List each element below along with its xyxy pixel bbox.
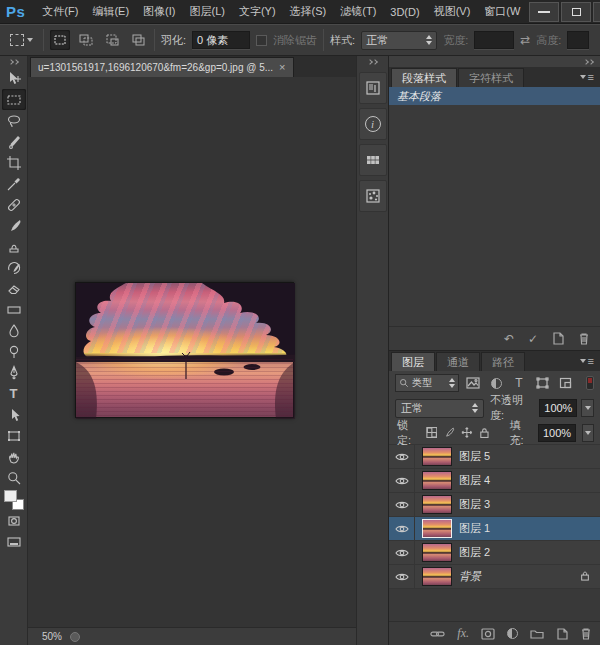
new-selection-button[interactable] [50, 30, 70, 50]
delete-style-icon[interactable] [578, 332, 590, 345]
close-tab-icon[interactable]: × [279, 62, 285, 73]
collapse-dock-button[interactable] [357, 56, 388, 68]
menu-select[interactable]: 选择(S) [283, 4, 334, 19]
filter-adjustment-layers-button[interactable] [487, 375, 505, 391]
layer-thumbnail[interactable] [422, 543, 452, 562]
tab-layers[interactable]: 图层 [391, 352, 435, 371]
subtract-from-selection-button[interactable] [102, 30, 122, 50]
new-group-icon[interactable] [530, 628, 544, 639]
style-row-basic-paragraph[interactable]: 基本段落 [389, 87, 600, 105]
filter-shape-layers-button[interactable] [533, 375, 551, 391]
new-style-icon[interactable] [552, 332, 564, 345]
menu-edit[interactable]: 编辑(E) [85, 4, 136, 19]
layers-panel-menu-button[interactable]: ≡ [580, 355, 600, 371]
canvas[interactable] [28, 77, 356, 627]
status-info-icon[interactable] [70, 632, 80, 642]
info-panel-button[interactable]: i [359, 108, 387, 140]
lock-all-icon[interactable] [479, 426, 490, 439]
add-to-selection-button[interactable] [76, 30, 96, 50]
lasso-tool[interactable] [2, 110, 26, 131]
layer-thumbnail[interactable] [422, 519, 452, 538]
gradient-tool[interactable] [2, 299, 26, 320]
rectangular-marquee-tool[interactable] [2, 89, 26, 110]
blend-mode-select[interactable]: 正常 [395, 399, 484, 418]
style-select[interactable]: 正常 [361, 31, 437, 50]
width-input[interactable] [474, 31, 514, 49]
height-input[interactable] [567, 31, 589, 49]
visibility-toggle[interactable] [389, 493, 415, 516]
filter-type-select[interactable]: 类型 [395, 374, 459, 392]
tool-preset-picker[interactable] [6, 32, 37, 48]
tab-channels[interactable]: 通道 [436, 352, 480, 371]
delete-layer-icon[interactable] [580, 627, 592, 640]
menu-window[interactable]: 窗口(W [477, 4, 527, 19]
tab-character-styles[interactable]: 字符样式 [458, 68, 524, 87]
layer-thumbnail[interactable] [422, 495, 452, 514]
add-mask-icon[interactable] [481, 628, 495, 640]
zoom-level[interactable]: 50% [42, 631, 62, 642]
document-tab[interactable]: u=1301561917,1696120670&fm=26&gp=0.jpg @… [30, 57, 294, 77]
path-selection-tool[interactable] [2, 404, 26, 425]
quick-selection-tool[interactable] [2, 131, 26, 152]
clear-override-icon[interactable]: ✓ [528, 332, 538, 346]
brush-presets-panel-button[interactable] [359, 180, 387, 212]
redefine-style-icon[interactable]: ↶ [504, 332, 514, 346]
crop-tool[interactable] [2, 152, 26, 173]
spot-healing-brush-tool[interactable] [2, 194, 26, 215]
sunset-photo[interactable] [75, 282, 294, 418]
dodge-tool[interactable] [2, 341, 26, 362]
collapse-panels-button[interactable] [389, 56, 600, 67]
filter-smart-objects-button[interactable] [556, 375, 574, 391]
menu-layer[interactable]: 图层(L) [182, 4, 231, 19]
tab-paths[interactable]: 路径 [481, 352, 525, 371]
panel-menu-button[interactable]: ≡ [580, 71, 600, 87]
visibility-toggle[interactable] [389, 469, 415, 492]
lock-position-icon[interactable] [461, 426, 473, 439]
layer-thumbnail[interactable] [422, 447, 452, 466]
swatches-panel-button[interactable] [359, 144, 387, 176]
visibility-toggle[interactable] [389, 517, 415, 540]
collapse-tools-button[interactable] [0, 56, 27, 68]
screen-mode-button[interactable] [2, 531, 26, 552]
feather-input[interactable]: 0 像素 [192, 31, 250, 49]
pen-tool[interactable] [2, 362, 26, 383]
new-adjustment-layer-icon[interactable] [507, 628, 518, 639]
menu-file[interactable]: 文件(F) [35, 4, 85, 19]
link-layers-icon[interactable] [430, 629, 445, 639]
filter-pixel-layers-button[interactable] [464, 375, 482, 391]
blur-tool[interactable] [2, 320, 26, 341]
layer-row-selected[interactable]: 图层 1 [389, 517, 600, 541]
close-button[interactable]: × [593, 2, 600, 22]
lock-transparency-icon[interactable] [426, 426, 438, 439]
paragraph-styles-panel-button[interactable] [359, 72, 387, 104]
hand-tool[interactable] [2, 446, 26, 467]
layer-row[interactable]: 图层 3 [389, 493, 600, 517]
layer-row[interactable]: 图层 4 [389, 469, 600, 493]
lock-image-icon[interactable] [443, 426, 455, 439]
fill-dropdown-button[interactable] [582, 424, 594, 442]
rectangle-tool[interactable] [2, 425, 26, 446]
move-tool[interactable] [2, 68, 26, 89]
menu-image[interactable]: 图像(I) [136, 4, 182, 19]
type-tool[interactable]: T [2, 383, 26, 404]
antialias-checkbox[interactable] [256, 35, 267, 46]
layer-row[interactable]: 图层 5 [389, 445, 600, 469]
history-brush-tool[interactable] [2, 257, 26, 278]
visibility-toggle[interactable] [389, 541, 415, 564]
eraser-tool[interactable] [2, 278, 26, 299]
quick-mask-button[interactable] [2, 510, 26, 531]
menu-filter[interactable]: 滤镜(T) [333, 4, 383, 19]
color-swatches[interactable] [3, 490, 25, 510]
layer-filtering-toggle[interactable] [586, 376, 594, 390]
maximize-button[interactable] [561, 2, 591, 22]
minimize-button[interactable] [529, 2, 559, 22]
layer-row[interactable]: 图层 2 [389, 541, 600, 565]
menu-3d[interactable]: 3D(D) [383, 6, 426, 18]
visibility-toggle[interactable] [389, 445, 415, 468]
intersect-selection-button[interactable] [128, 30, 148, 50]
zoom-tool[interactable] [2, 467, 26, 488]
layer-row-background[interactable]: 背景 [389, 565, 600, 589]
layer-thumbnail[interactable] [422, 567, 452, 586]
tab-paragraph-styles[interactable]: 段落样式 [391, 68, 457, 87]
new-layer-icon[interactable] [556, 628, 568, 640]
